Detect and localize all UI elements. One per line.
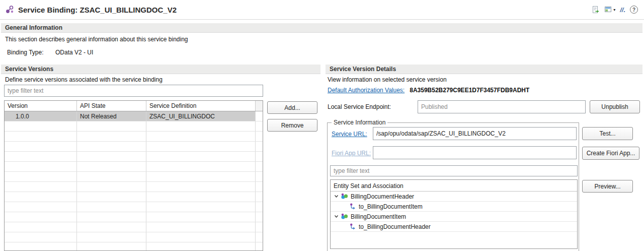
service-url-link[interactable]: Service URL:	[332, 131, 367, 138]
default-authorization-value: 8A359B52B279C9EE1D7F3457FDB9ADHT	[410, 87, 529, 94]
association-icon	[350, 223, 356, 230]
tree-node-label: to_BillingDocumentItem	[359, 203, 423, 210]
preview-button[interactable]: Preview...	[582, 180, 633, 193]
service-binding-icon	[5, 5, 14, 14]
tree-node-to-billingdocumentheader[interactable]: to_BillingDocumentHeader	[331, 222, 577, 232]
table-row[interactable]	[5, 242, 263, 251]
titlebar-toolbar: ▾ //. ?	[592, 6, 638, 14]
tree-node-billingdocumentitem[interactable]: BillingDocumentItem	[331, 212, 577, 222]
table-row[interactable]	[5, 132, 263, 142]
entity-tree: Entity Set and Association BillingDocume…	[330, 179, 578, 249]
tree-node-label: to_BillingDocumentHeader	[359, 223, 431, 230]
unpublish-button[interactable]: Unpublish	[590, 100, 640, 113]
versions-filter-input[interactable]	[4, 85, 263, 97]
help-icon[interactable]: ?	[630, 6, 638, 14]
remove-button[interactable]: Remove	[267, 119, 317, 132]
general-information-title: General Information	[5, 24, 62, 31]
column-header-version[interactable]: Version	[5, 101, 77, 111]
editor-actions-icon[interactable]: ▾	[604, 6, 615, 14]
table-row[interactable]	[5, 182, 263, 192]
column-header-service-definition[interactable]: Service Definition	[146, 101, 256, 111]
table-row[interactable]	[5, 222, 263, 232]
table-row[interactable]	[5, 152, 263, 162]
details-description: View information on selected service ver…	[328, 76, 447, 83]
cell-api-state: Not Released	[77, 111, 146, 121]
versions-table-header: Version API State Service Definition	[5, 101, 263, 111]
export-html-icon[interactable]	[592, 6, 600, 14]
table-row[interactable]: 1.0.0 Not Released ZSAC_UI_BILLINGDOC	[5, 111, 263, 121]
local-service-endpoint-field[interactable]	[418, 100, 586, 113]
fiori-app-url-field[interactable]	[373, 146, 577, 159]
table-row[interactable]	[5, 162, 263, 172]
fiori-app-url-link[interactable]: Fiori App URL:	[332, 150, 371, 157]
service-information-group-title: Service Information	[332, 119, 387, 126]
chevron-down-icon[interactable]	[333, 194, 340, 199]
tree-node-billingdocumentheader[interactable]: BillingDocumentHeader	[331, 192, 577, 202]
tree-node-to-billingdocumentitem[interactable]: to_BillingDocumentItem	[331, 202, 577, 212]
service-version-details-header: Service Version Details	[326, 65, 642, 74]
chevron-down-icon[interactable]	[333, 214, 340, 219]
dropdown-arrow-icon[interactable]: ▾	[613, 8, 615, 12]
test-button[interactable]: Test...	[582, 127, 633, 140]
default-authorization-values-link[interactable]: Default Authorization Values:	[328, 87, 405, 94]
binding-type-label: Binding Type:	[7, 49, 44, 56]
versions-table: Version API State Service Definition 1.0…	[4, 100, 263, 251]
binding-type-value: OData V2 - UI	[55, 49, 93, 56]
entity-tree-column-header[interactable]: Entity Set and Association	[331, 180, 577, 192]
table-row[interactable]	[5, 202, 263, 212]
service-versions-header: Service Versions	[1, 65, 320, 74]
table-row[interactable]	[5, 192, 263, 202]
column-header-api-state[interactable]: API State	[77, 101, 146, 111]
cell-version: 1.0.0	[5, 111, 77, 121]
page-title: Service Binding: ZSAC_UI_BILLINGDOC_V2	[18, 6, 177, 14]
association-icon	[350, 203, 356, 210]
vertical-scrollbar[interactable]	[256, 101, 263, 111]
cell-service-definition: ZSAC_UI_BILLINGDOC	[146, 111, 256, 121]
service-url-field[interactable]	[373, 127, 577, 140]
create-fiori-app-button[interactable]: Create Fiori App...	[582, 147, 639, 160]
entity-set-icon	[341, 193, 348, 200]
editor-titlebar: Service Binding: ZSAC_UI_BILLINGDOC_V2 ▾…	[0, 0, 644, 20]
table-row[interactable]	[5, 172, 263, 182]
add-button[interactable]: Add...	[267, 101, 317, 114]
local-service-endpoint-label: Local Service Endpoint:	[328, 103, 391, 110]
service-version-details-title: Service Version Details	[330, 66, 396, 73]
table-row[interactable]	[5, 142, 263, 152]
entity-filter-input[interactable]	[330, 165, 578, 176]
comment-slashes-icon[interactable]: //.	[620, 6, 625, 14]
tree-node-label: BillingDocumentHeader	[351, 193, 414, 200]
general-information-header: General Information	[1, 23, 642, 33]
service-versions-description: Define service versions associated with …	[5, 76, 163, 83]
entity-set-icon	[341, 213, 348, 220]
general-information-description: This section describes general informati…	[5, 36, 188, 43]
table-row[interactable]	[5, 232, 263, 242]
service-versions-title: Service Versions	[5, 66, 53, 73]
table-row[interactable]	[5, 212, 263, 222]
table-row[interactable]	[5, 121, 263, 132]
default-authorization-row: Default Authorization Values: 8A359B52B2…	[328, 87, 529, 94]
tree-node-label: BillingDocumentItem	[351, 213, 406, 220]
